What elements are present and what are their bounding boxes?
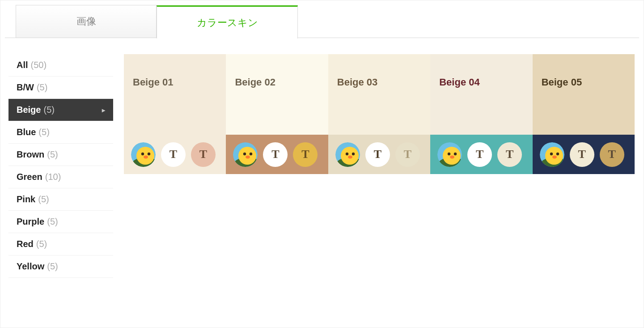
category-count: (5): [47, 261, 58, 272]
svg-point-26: [454, 152, 457, 155]
svg-point-18: [346, 152, 348, 155]
svg-point-4: [141, 152, 144, 155]
swatch-beige-04[interactable]: Beige 04 T T: [430, 54, 532, 278]
swatch-title: Beige 03: [337, 77, 378, 88]
category-label: All: [17, 60, 28, 70]
category-count: (5): [47, 217, 58, 227]
swatch-beige-01[interactable]: Beige 01 T T: [124, 54, 226, 278]
swatch-beige-03[interactable]: Beige 03 T T: [328, 54, 430, 278]
category-count: (5): [36, 239, 47, 249]
swatch-title: Beige 05: [542, 77, 582, 88]
swatch-preview: T T: [124, 135, 226, 174]
text-sample-1: T: [570, 142, 594, 167]
swatch-preview: T T: [328, 135, 430, 174]
avatar-icon: [131, 142, 156, 167]
avatar-icon: [437, 142, 462, 167]
text-sample-1: T: [365, 142, 390, 167]
tab-label: カラースキン: [197, 16, 258, 30]
svg-point-34: [552, 155, 557, 158]
category-label: Beige: [17, 105, 41, 115]
color-skin-picker: 画像 カラースキン All (50) B/W (5) Beige (5) ▸ B…: [0, 0, 644, 328]
svg-point-13: [246, 155, 250, 158]
swatch-preview: T T: [226, 135, 328, 174]
swatch-beige-02[interactable]: Beige 02 T T: [226, 54, 328, 278]
category-item-red[interactable]: Red (5): [8, 233, 113, 256]
avatar-icon: [540, 142, 564, 167]
category-label: Green: [17, 172, 42, 182]
category-sidebar: All (50) B/W (5) Beige (5) ▸ Blue (5) Br…: [5, 54, 121, 278]
text-sample-2: T: [600, 142, 624, 167]
category-item-purple[interactable]: Purple (5): [8, 211, 113, 233]
swatch-title: Beige 01: [133, 77, 174, 88]
category-label: Blue: [17, 127, 36, 137]
swatch-header: Beige 03: [328, 54, 430, 135]
category-item-bw[interactable]: B/W (5): [8, 77, 113, 99]
category-item-pink[interactable]: Pink (5): [8, 188, 113, 211]
picker-body: All (50) B/W (5) Beige (5) ▸ Blue (5) Br…: [5, 38, 639, 278]
swatch-beige-05[interactable]: Beige 05 T T: [533, 54, 635, 278]
svg-point-33: [556, 152, 559, 155]
text-sample-2: T: [293, 142, 318, 167]
avatar-icon: [335, 142, 360, 167]
category-label: Purple: [17, 217, 44, 227]
category-item-beige[interactable]: Beige (5) ▸: [8, 99, 113, 121]
category-label: B/W: [17, 82, 34, 93]
category-item-blue[interactable]: Blue (5): [8, 121, 113, 144]
svg-point-12: [250, 152, 252, 155]
svg-point-27: [450, 155, 454, 158]
category-label: Pink: [17, 194, 35, 204]
category-count: (5): [47, 149, 58, 160]
tab-image[interactable]: 画像: [16, 5, 157, 38]
swatch-header: Beige 05: [533, 54, 635, 135]
category-item-green[interactable]: Green (10): [8, 166, 113, 188]
swatch-preview: T T: [533, 135, 635, 174]
svg-point-5: [148, 152, 150, 155]
swatch-title: Beige 02: [235, 77, 275, 88]
text-sample-2: T: [497, 142, 522, 167]
category-item-all[interactable]: All (50): [8, 54, 113, 77]
svg-point-20: [348, 155, 352, 158]
category-item-brown[interactable]: Brown (5): [8, 144, 113, 166]
swatch-title: Beige 04: [439, 77, 480, 88]
chevron-right-icon: ▸: [102, 106, 105, 114]
category-label: Brown: [17, 149, 44, 160]
category-count: (5): [43, 105, 54, 115]
tab-color-skin[interactable]: カラースキン: [157, 5, 298, 38]
text-sample-1: T: [161, 142, 186, 167]
category-label: Red: [17, 239, 34, 249]
category-count: (50): [31, 60, 47, 70]
text-sample-2: T: [191, 142, 216, 167]
swatch-preview: T T: [430, 135, 532, 174]
category-item-yellow[interactable]: Yellow (5): [8, 256, 113, 278]
text-sample-1: T: [467, 142, 492, 167]
category-count: (5): [37, 82, 47, 93]
tab-bar: 画像 カラースキン: [5, 5, 639, 38]
tab-label: 画像: [76, 15, 96, 28]
text-sample-1: T: [263, 142, 288, 167]
category-count: (10): [45, 172, 61, 182]
svg-point-11: [243, 152, 246, 155]
text-sample-2: T: [395, 142, 420, 167]
category-count: (5): [38, 127, 49, 137]
svg-point-19: [352, 152, 355, 155]
avatar-icon: [233, 142, 258, 167]
swatch-header: Beige 02: [226, 54, 328, 135]
swatch-header: Beige 04: [430, 54, 532, 135]
category-count: (5): [38, 194, 49, 204]
swatch-grid: Beige 01 T T Beige 02 T T: [121, 54, 639, 278]
svg-point-32: [550, 152, 552, 155]
swatch-header: Beige 01: [124, 54, 226, 135]
svg-point-25: [448, 152, 450, 155]
category-label: Yellow: [17, 261, 44, 272]
svg-point-6: [144, 155, 148, 158]
